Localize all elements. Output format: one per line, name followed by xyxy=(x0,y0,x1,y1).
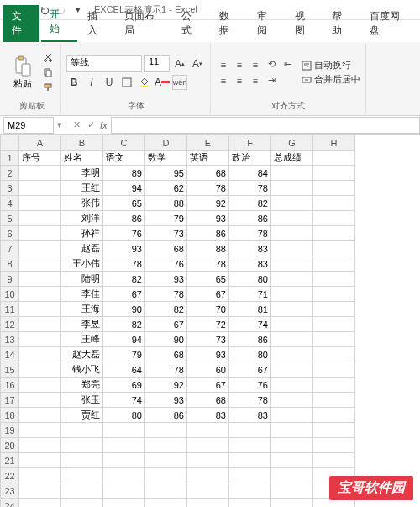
row-header-19[interactable]: 19 xyxy=(1,423,19,438)
cell[interactable]: 83 xyxy=(229,256,271,272)
cell[interactable] xyxy=(61,438,103,453)
cell[interactable]: 78 xyxy=(187,181,229,196)
cell[interactable]: 67 xyxy=(229,362,271,378)
cell[interactable]: 71 xyxy=(229,287,271,302)
cell[interactable] xyxy=(313,226,355,241)
cell[interactable] xyxy=(271,241,313,256)
cell[interactable]: 76 xyxy=(229,378,271,393)
cell[interactable] xyxy=(271,408,313,423)
indent-increase-button[interactable]: ⇥ xyxy=(264,73,279,88)
cell[interactable]: 张玉 xyxy=(61,393,103,408)
cell[interactable]: 81 xyxy=(229,302,271,317)
cell[interactable] xyxy=(271,332,313,347)
format-painter-button[interactable] xyxy=(40,81,55,94)
cell[interactable] xyxy=(313,211,355,226)
cell[interactable]: 李昱 xyxy=(61,317,103,332)
cell[interactable]: 74 xyxy=(229,317,271,332)
cell[interactable] xyxy=(271,226,313,241)
cell[interactable] xyxy=(19,393,61,408)
namebox-dropdown-icon[interactable]: ▾ xyxy=(57,119,67,130)
cell[interactable]: 90 xyxy=(145,332,187,347)
cancel-formula-icon[interactable]: ✕ xyxy=(71,119,82,130)
cell[interactable]: 78 xyxy=(229,393,271,408)
cell[interactable] xyxy=(19,378,61,393)
cell[interactable] xyxy=(313,287,355,302)
cell[interactable]: 73 xyxy=(145,226,187,241)
row-header-6[interactable]: 6 xyxy=(1,226,19,241)
cell[interactable] xyxy=(313,332,355,347)
align-bottom-button[interactable]: ≡ xyxy=(248,57,263,72)
cell[interactable] xyxy=(271,302,313,317)
cell[interactable] xyxy=(103,483,145,499)
spreadsheet-grid[interactable]: ABCDEFGH1序号姓名语文数学英语政治总成绩2李明899568843王红94… xyxy=(0,135,420,507)
tab-layout[interactable]: 页面布局 xyxy=(116,5,171,42)
cell[interactable]: 67 xyxy=(145,317,187,332)
align-left-button[interactable]: ≡ xyxy=(216,73,231,88)
cell[interactable]: 郑亮 xyxy=(61,378,103,393)
row-header-13[interactable]: 13 xyxy=(1,332,19,347)
cell[interactable] xyxy=(271,362,313,378)
cell[interactable] xyxy=(313,272,355,287)
border-button[interactable] xyxy=(119,75,134,90)
cell[interactable]: 86 xyxy=(103,211,145,226)
bold-button[interactable]: B xyxy=(66,75,81,90)
cell[interactable] xyxy=(19,408,61,423)
row-header-3[interactable]: 3 xyxy=(1,181,19,196)
cell[interactable] xyxy=(19,468,61,483)
cell[interactable] xyxy=(19,499,61,508)
cell[interactable] xyxy=(19,226,61,241)
orientation-button[interactable]: ⟲ xyxy=(264,57,279,72)
cell[interactable]: 93 xyxy=(187,211,229,226)
cell[interactable] xyxy=(19,317,61,332)
italic-button[interactable]: I xyxy=(84,75,99,90)
cell[interactable] xyxy=(271,499,313,508)
cell[interactable] xyxy=(313,151,355,166)
header-cell[interactable]: 总成绩 xyxy=(271,151,313,166)
row-header-15[interactable]: 15 xyxy=(1,362,19,378)
cell[interactable]: 王海 xyxy=(61,302,103,317)
row-header-20[interactable]: 20 xyxy=(1,438,19,453)
cell[interactable] xyxy=(313,181,355,196)
cell[interactable]: 83 xyxy=(229,408,271,423)
cell[interactable] xyxy=(313,438,355,453)
cell[interactable] xyxy=(271,211,313,226)
fx-icon[interactable]: fx xyxy=(100,120,108,130)
cell[interactable]: 78 xyxy=(229,181,271,196)
cell[interactable]: 79 xyxy=(103,347,145,362)
header-cell[interactable]: 序号 xyxy=(19,151,61,166)
row-header-23[interactable]: 23 xyxy=(1,483,19,499)
cell[interactable] xyxy=(103,453,145,468)
row-header-9[interactable]: 9 xyxy=(1,272,19,287)
cell[interactable]: 86 xyxy=(187,226,229,241)
cell[interactable]: 93 xyxy=(145,393,187,408)
col-header-C[interactable]: C xyxy=(103,135,145,151)
cell[interactable]: 68 xyxy=(145,241,187,256)
copy-button[interactable] xyxy=(40,66,55,79)
cell[interactable]: 赵大磊 xyxy=(61,347,103,362)
cell[interactable] xyxy=(313,317,355,332)
cell[interactable] xyxy=(187,453,229,468)
cell[interactable]: 60 xyxy=(187,362,229,378)
row-header-4[interactable]: 4 xyxy=(1,196,19,211)
col-header-G[interactable]: G xyxy=(271,135,313,151)
enter-formula-icon[interactable]: ✓ xyxy=(85,119,97,130)
cell[interactable]: 62 xyxy=(145,181,187,196)
cell[interactable] xyxy=(19,438,61,453)
cell[interactable] xyxy=(19,272,61,287)
phonetic-button[interactable]: wén xyxy=(172,75,187,90)
cell[interactable]: 67 xyxy=(187,378,229,393)
paste-button[interactable]: 粘贴 xyxy=(8,51,37,93)
cell[interactable] xyxy=(313,347,355,362)
cell[interactable]: 68 xyxy=(187,393,229,408)
cell[interactable]: 王小伟 xyxy=(61,256,103,272)
cell[interactable]: 86 xyxy=(229,332,271,347)
cell[interactable] xyxy=(19,483,61,499)
select-all-corner[interactable] xyxy=(1,135,19,151)
align-center-button[interactable]: ≡ xyxy=(232,73,247,88)
cell[interactable] xyxy=(313,362,355,378)
cell[interactable]: 67 xyxy=(187,287,229,302)
row-header-11[interactable]: 11 xyxy=(1,302,19,317)
row-header-22[interactable]: 22 xyxy=(1,468,19,483)
tab-formulas[interactable]: 公式 xyxy=(173,5,209,42)
header-cell[interactable]: 政治 xyxy=(229,151,271,166)
